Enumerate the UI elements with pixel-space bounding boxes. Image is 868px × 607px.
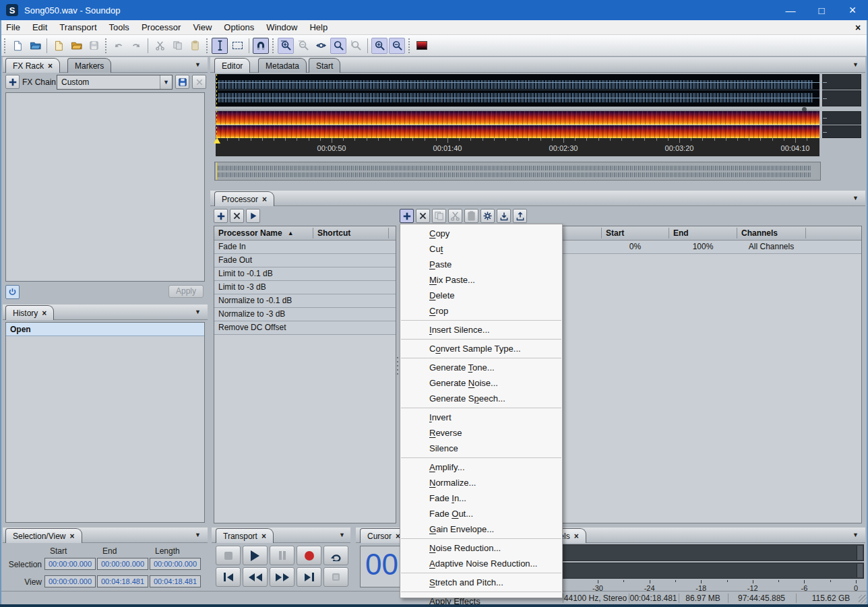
context-menu-item-adaptive-noise-reduction[interactable]: Adaptive Noise Reduction... [400, 556, 562, 571]
paste-step-button[interactable] [464, 209, 478, 223]
tab-fx-rack[interactable]: FX Rack × [5, 58, 60, 73]
maximize-button[interactable]: □ [806, 0, 837, 20]
spectrogram-view-icon[interactable] [414, 38, 430, 54]
overview-navigator[interactable] [214, 162, 821, 181]
column-processor-name[interactable]: Processor Name▲ [214, 226, 294, 240]
transport-tab-close-icon[interactable]: × [261, 532, 266, 541]
context-menu-item-insert-silence[interactable]: Insert Silence... [400, 322, 562, 338]
context-menu-item-reverse[interactable]: Reverse [400, 425, 562, 441]
context-menu-item-paste[interactable]: Paste [400, 257, 562, 272]
context-menu-item-crop[interactable]: Crop [400, 303, 562, 319]
open-file-icon[interactable] [27, 38, 43, 54]
open-session-icon[interactable] [68, 38, 84, 54]
spectrogram-channel-left[interactable] [216, 111, 819, 125]
marquee-tool-icon[interactable] [229, 38, 245, 54]
add-fx-button[interactable] [5, 75, 20, 89]
fast-forward-button[interactable] [270, 567, 294, 587]
selection-view-tab-close-icon[interactable]: × [70, 532, 75, 541]
context-menu-item-cut[interactable]: Cut [400, 241, 562, 257]
zoom-out-icon[interactable] [389, 38, 405, 54]
run-processor-button[interactable] [246, 209, 260, 223]
tab-markers[interactable]: Markers [67, 58, 111, 73]
processor-menu-arrow-icon[interactable]: ▼ [852, 195, 859, 201]
menu-options[interactable]: Options [218, 20, 260, 35]
selection-start-value[interactable]: 00:00:00.000 [44, 558, 96, 570]
menu-window[interactable]: Window [260, 20, 303, 35]
context-menu-item-generate-noise[interactable]: Generate Noise... [400, 375, 562, 391]
zoom-vertical-icon[interactable] [348, 38, 364, 54]
copy-icon[interactable] [169, 38, 185, 54]
context-menu-item-delete[interactable]: Delete [400, 288, 562, 303]
record-button[interactable] [297, 546, 321, 565]
delete-fx-chain-button[interactable] [192, 75, 206, 89]
add-step-button[interactable] [400, 209, 414, 223]
context-menu-item-copy[interactable]: Copy [400, 226, 562, 241]
history-tab-close-icon[interactable]: × [42, 309, 46, 318]
minimize-button[interactable]: — [775, 0, 806, 20]
playback-cursor[interactable] [216, 74, 217, 138]
view-start-value[interactable]: 00:00:00.000 [44, 575, 96, 587]
apply-button[interactable]: Apply [168, 285, 204, 298]
context-menu-item-fade-out[interactable]: Fade Out... [400, 506, 562, 521]
snap-magnet-icon[interactable] [253, 38, 269, 54]
close-document-icon[interactable]: × [852, 20, 864, 35]
processor-tab-close-icon[interactable]: × [262, 195, 267, 204]
tab-transport[interactable]: Transport × [216, 528, 274, 543]
context-menu-item-invert[interactable]: Invert [400, 410, 562, 425]
menu-edit[interactable]: Edit [26, 20, 53, 35]
context-menu-item-mix-paste[interactable]: Mix Paste... [400, 272, 562, 288]
go-end-button[interactable] [297, 567, 321, 587]
view-length-value[interactable]: 00:04:18.481 [150, 575, 201, 587]
transport-menu-arrow-icon[interactable]: ▼ [339, 532, 345, 538]
context-menu-item-convert-sample-type[interactable]: Convert Sample Type... [400, 341, 562, 356]
menu-file[interactable]: File [0, 20, 26, 35]
loop-button[interactable] [323, 546, 348, 565]
tab-selection-view[interactable]: Selection/View × [5, 528, 82, 543]
menu-transport[interactable]: Transport [53, 20, 102, 35]
zoom-fit-horizontal-icon[interactable] [313, 38, 329, 54]
levels-tab-close-icon[interactable]: × [574, 532, 579, 541]
context-menu-item-normalize[interactable]: Normalize... [400, 475, 562, 490]
view-end-value[interactable]: 00:04:18.481 [97, 575, 148, 587]
remove-step-button[interactable] [416, 209, 430, 223]
context-menu-item-gain-envelope[interactable]: Gain Envelope... [400, 521, 562, 537]
go-start-button[interactable] [216, 567, 241, 587]
copy-step-button[interactable] [432, 209, 446, 223]
fx-rack-tab-close-icon[interactable]: × [48, 61, 53, 71]
zoom-selection-icon[interactable] [330, 38, 346, 54]
cut-icon[interactable] [152, 38, 168, 54]
processor-item-fade-in[interactable]: Fade In [214, 241, 396, 254]
fx-power-button[interactable] [5, 285, 20, 299]
processor-item-fade-out[interactable]: Fade Out [214, 254, 396, 267]
zoom-in-icon[interactable] [371, 38, 388, 54]
context-menu-item-silence[interactable]: Silence [400, 441, 562, 456]
play-button[interactable] [243, 546, 268, 565]
add-processor-button[interactable] [214, 209, 228, 223]
fx-chain-select[interactable]: Custom ▼ [57, 75, 173, 90]
column-shortcut[interactable]: Shortcut [313, 226, 350, 240]
paste-icon[interactable] [187, 38, 203, 54]
fx-chain-dropdown-icon[interactable]: ▼ [160, 75, 172, 89]
pause-button[interactable] [270, 546, 294, 565]
zoom-in-horizontal-icon[interactable] [278, 38, 294, 54]
redo-icon[interactable] [128, 38, 144, 54]
zoom-out-horizontal-icon[interactable] [295, 38, 311, 54]
history-menu-arrow-icon[interactable]: ▼ [195, 309, 201, 315]
spectrogram-channel-right[interactable] [216, 125, 819, 138]
menu-tools[interactable]: Tools [103, 20, 135, 35]
tab-history[interactable]: History × [5, 305, 54, 320]
context-menu-item-generate-tone[interactable]: Generate Tone... [400, 360, 562, 375]
new-session-icon[interactable] [51, 38, 67, 54]
new-file-icon[interactable] [9, 38, 26, 54]
context-menu-item-fade-in[interactable]: Fade In... [400, 490, 562, 506]
waveform-channel-left[interactable] [216, 74, 819, 106]
processor-item-normalize-to-0-1-db[interactable]: Normalize to -0.1 dB [214, 294, 396, 308]
timeline-ruler[interactable]: 00:00:5000:01:4000:02:3000:03:2000:04:10 [216, 138, 819, 156]
rewind-button[interactable] [243, 567, 268, 587]
stop-button[interactable] [216, 546, 241, 565]
channel-divider-bar[interactable] [216, 106, 819, 111]
fx-rack-list[interactable] [5, 92, 205, 282]
history-item-open[interactable]: Open [6, 323, 204, 336]
menu-processor[interactable]: Processor [135, 20, 187, 35]
menu-view[interactable]: View [187, 20, 218, 35]
